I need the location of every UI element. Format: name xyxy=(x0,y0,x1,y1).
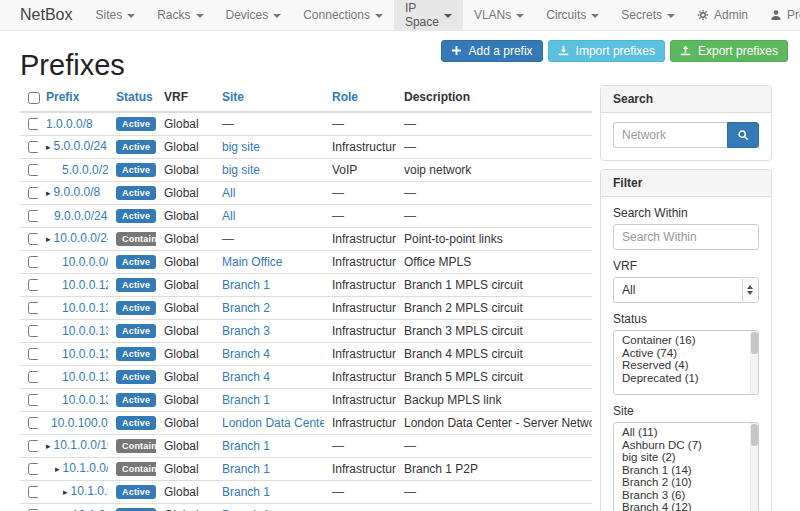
row-checkbox[interactable] xyxy=(28,463,38,475)
status-option[interactable]: Deprecated (1) xyxy=(614,372,758,385)
nav-item-secrets[interactable]: Secrets xyxy=(610,0,686,30)
prefix-link[interactable]: 10.0.0.136/31 xyxy=(62,370,108,384)
description-value: Branch 5 MPLS circuit xyxy=(404,370,523,384)
site-link[interactable]: Branch 1 xyxy=(222,508,270,511)
site-option[interactable]: All (11) xyxy=(614,426,758,439)
row-checkbox[interactable] xyxy=(28,118,38,130)
prefix-link[interactable]: 5.0.0.0/25 xyxy=(62,163,108,177)
prefix-link[interactable]: 10.1.0.0/26 xyxy=(72,508,108,511)
prefix-link[interactable]: 10.0.0.132/31 xyxy=(62,324,108,338)
row-checkbox[interactable] xyxy=(28,371,38,383)
nav-item-devices[interactable]: Devices xyxy=(215,0,293,30)
row-checkbox[interactable] xyxy=(28,210,38,222)
prefix-link[interactable]: 10.0.0.134/31 xyxy=(62,347,108,361)
nav-item-connections[interactable]: Connections xyxy=(292,0,394,30)
vrf-value: Global xyxy=(164,462,199,476)
site-link[interactable]: Branch 1 xyxy=(222,485,270,499)
search-input[interactable] xyxy=(613,122,727,148)
prefix-link[interactable]: 10.1.0.0/24 xyxy=(63,461,108,475)
vrf-value: Global xyxy=(164,347,199,361)
site-link[interactable]: Branch 3 xyxy=(222,324,270,338)
prefix-link[interactable]: 10.0.0.0/31 xyxy=(62,255,108,269)
nav-item-admin[interactable]: Admin xyxy=(686,0,759,30)
row-checkbox[interactable] xyxy=(28,141,38,153)
site-link[interactable]: Branch 2 xyxy=(222,301,270,315)
site-link[interactable]: All xyxy=(222,186,235,200)
column-header-site[interactable]: Site xyxy=(222,90,244,104)
prefix-link[interactable]: 10.0.0.128/31 xyxy=(62,278,108,292)
site-link[interactable]: big site xyxy=(222,163,260,177)
status-option[interactable]: Container (16) xyxy=(614,334,758,347)
prefix-link[interactable]: 10.1.0.0/16 xyxy=(54,438,108,452)
export-prefixes-button[interactable]: Export prefixes xyxy=(670,40,788,62)
nav-item-ip-space[interactable]: IP Space xyxy=(394,0,463,30)
row-checkbox[interactable] xyxy=(28,256,38,268)
site-link[interactable]: Branch 4 xyxy=(222,347,270,361)
prefix-cell: 1.0.0.0/8 xyxy=(46,117,93,131)
status-option[interactable]: Active (74) xyxy=(614,347,758,360)
prefix-link[interactable]: 9.0.0.0/8 xyxy=(54,185,101,199)
row-checkbox[interactable] xyxy=(28,302,38,314)
site-link[interactable]: London Data Center xyxy=(222,416,324,430)
add-a-prefix-button[interactable]: Add a prefix xyxy=(441,40,543,62)
site-option[interactable]: Ashburn DC (7) xyxy=(614,439,758,452)
site-link[interactable]: Branch 4 xyxy=(222,370,270,384)
status-option[interactable]: Reserved (4) xyxy=(614,359,758,372)
site-option[interactable]: big site (2) xyxy=(614,451,758,464)
site-option[interactable]: Branch 3 (6) xyxy=(614,489,758,502)
status-badge: Container xyxy=(116,439,156,453)
site-option[interactable]: Branch 4 (12) xyxy=(614,501,758,511)
prefix-link[interactable]: 10.0.100.0/24 xyxy=(51,416,108,430)
site-link[interactable]: Branch 1 xyxy=(222,393,270,407)
search-panel: Search xyxy=(600,85,772,161)
site-link[interactable]: All xyxy=(222,209,235,223)
nav-item-circuits[interactable]: Circuits xyxy=(535,0,610,30)
site-link[interactable]: big site xyxy=(222,140,260,154)
chevron-down-icon xyxy=(127,14,135,18)
site-link[interactable]: Branch 1 xyxy=(222,462,270,476)
site-option[interactable]: Branch 2 (10) xyxy=(614,476,758,489)
column-header-prefix[interactable]: Prefix xyxy=(46,90,79,104)
prefix-link[interactable]: 10.0.0.130/31 xyxy=(62,301,108,315)
prefix-link[interactable]: 10.1.0.0/25 xyxy=(71,484,108,498)
site-link[interactable]: Branch 1 xyxy=(222,439,270,453)
prefix-cell: 5.0.0.0/25 xyxy=(62,163,108,177)
prefix-link[interactable]: 5.0.0.0/24 xyxy=(54,139,107,153)
prefix-cell: 10.0.0.0/31 xyxy=(62,255,108,269)
status-badge: Active xyxy=(116,278,156,292)
row-checkbox[interactable] xyxy=(28,325,38,337)
role-value: Infrastructure xyxy=(332,416,396,430)
chevron-down-icon xyxy=(516,14,524,18)
search-button[interactable] xyxy=(727,122,759,148)
search-within-input[interactable] xyxy=(613,224,759,250)
row-checkbox[interactable] xyxy=(28,233,38,245)
row-checkbox[interactable] xyxy=(28,279,38,291)
nav-item-profile[interactable]: Profile xyxy=(759,0,800,30)
site-link[interactable]: Branch 1 xyxy=(222,278,270,292)
row-checkbox[interactable] xyxy=(28,486,38,498)
tree-expand-icon: ▸ xyxy=(46,440,51,453)
prefix-link[interactable]: 10.0.0.138/31 xyxy=(62,393,108,407)
nav-item-racks[interactable]: Racks xyxy=(146,0,214,30)
prefix-link[interactable]: 1.0.0.0/8 xyxy=(46,117,93,131)
select-all-checkbox[interactable] xyxy=(28,92,40,104)
row-checkbox[interactable] xyxy=(28,164,38,176)
column-header-status[interactable]: Status xyxy=(116,90,153,104)
row-checkbox[interactable] xyxy=(28,440,38,452)
scrollbar-thumb[interactable] xyxy=(751,424,758,446)
import-prefixes-button[interactable]: Import prefixes xyxy=(548,40,665,62)
site-option[interactable]: Branch 1 (14) xyxy=(614,464,758,477)
brand-link[interactable]: NetBox xyxy=(8,0,84,30)
scrollbar-thumb[interactable] xyxy=(751,332,758,354)
prefix-link[interactable]: 10.0.0.0/24 xyxy=(54,231,108,245)
column-header-role[interactable]: Role xyxy=(332,90,358,104)
vrf-select[interactable]: All xyxy=(613,277,759,303)
row-checkbox[interactable] xyxy=(28,187,38,199)
prefix-link[interactable]: 9.0.0.0/24 xyxy=(54,209,107,223)
site-link[interactable]: Main Office xyxy=(222,255,282,269)
nav-item-vlans[interactable]: VLANs xyxy=(463,0,535,30)
row-checkbox[interactable] xyxy=(28,348,38,360)
row-checkbox[interactable] xyxy=(28,417,38,429)
nav-item-sites[interactable]: Sites xyxy=(84,0,146,30)
row-checkbox[interactable] xyxy=(28,394,38,406)
